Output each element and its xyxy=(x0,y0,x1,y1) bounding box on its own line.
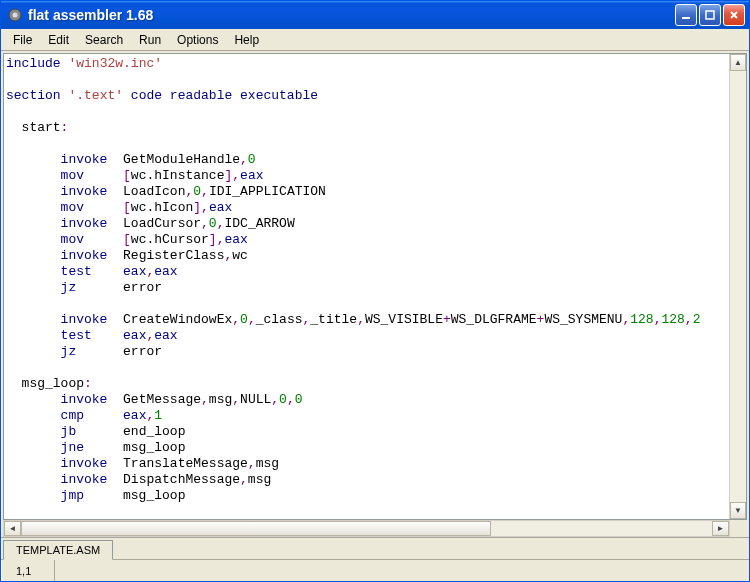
file-tabbar: TEMPLATE.ASM xyxy=(1,537,749,559)
menu-help[interactable]: Help xyxy=(226,31,267,49)
hscroll-track[interactable] xyxy=(21,521,712,536)
cursor-position: 1,1 xyxy=(1,560,55,581)
hscroll-thumb[interactable] xyxy=(21,521,491,536)
app-icon xyxy=(7,7,23,23)
menu-edit[interactable]: Edit xyxy=(40,31,77,49)
maximize-button[interactable] xyxy=(699,4,721,26)
menubar: File Edit Search Run Options Help xyxy=(1,29,749,51)
scroll-right-icon[interactable]: ► xyxy=(712,521,729,536)
scroll-left-icon[interactable]: ◄ xyxy=(4,521,21,536)
code-viewport: include 'win32w.inc' section '.text' cod… xyxy=(3,53,747,520)
scroll-up-icon[interactable]: ▲ xyxy=(730,54,746,71)
menu-file[interactable]: File xyxy=(5,31,40,49)
horizontal-scrollbar[interactable]: ◄ ► xyxy=(3,520,730,537)
file-tab-template[interactable]: TEMPLATE.ASM xyxy=(3,540,113,560)
svg-rect-2 xyxy=(682,17,690,19)
vertical-scrollbar[interactable]: ▲ ▼ xyxy=(729,54,746,519)
statusbar: 1,1 xyxy=(1,559,749,581)
titlebar[interactable]: flat assembler 1.68 xyxy=(1,1,749,29)
svg-point-1 xyxy=(13,13,18,18)
svg-rect-3 xyxy=(706,11,714,19)
menu-run[interactable]: Run xyxy=(131,31,169,49)
minimize-button[interactable] xyxy=(675,4,697,26)
editor-area: include 'win32w.inc' section '.text' cod… xyxy=(1,51,749,559)
main-window: flat assembler 1.68 File Edit Search Run… xyxy=(0,0,750,582)
scroll-corner xyxy=(730,520,747,537)
close-button[interactable] xyxy=(723,4,745,26)
menu-search[interactable]: Search xyxy=(77,31,131,49)
menu-options[interactable]: Options xyxy=(169,31,226,49)
hscroll-row: ◄ ► xyxy=(3,520,747,537)
vscroll-track[interactable] xyxy=(730,71,746,502)
scroll-down-icon[interactable]: ▼ xyxy=(730,502,746,519)
code-editor[interactable]: include 'win32w.inc' section '.text' cod… xyxy=(4,54,729,519)
window-controls xyxy=(675,4,745,26)
window-title: flat assembler 1.68 xyxy=(28,7,675,23)
